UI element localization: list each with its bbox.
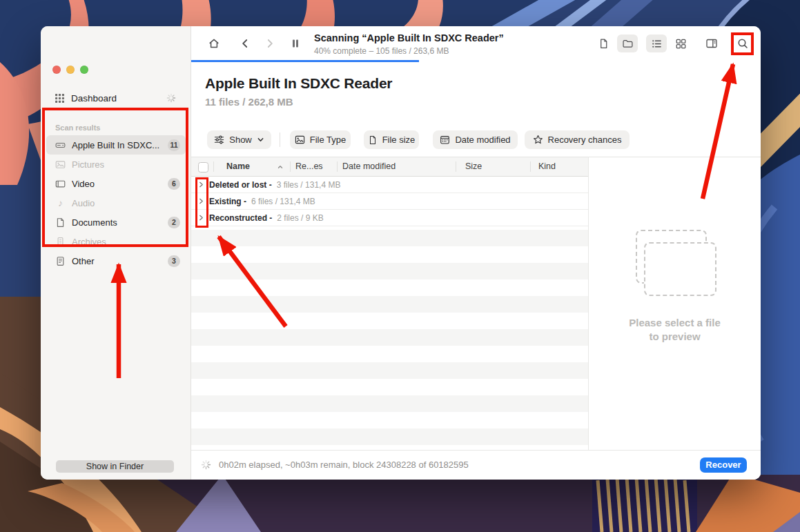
empty-row-stripes <box>191 226 588 450</box>
toggle-preview-panel-button[interactable] <box>701 35 722 52</box>
column-header-date-modified[interactable]: Date modified <box>342 161 396 171</box>
file-icon <box>55 256 66 266</box>
folder-icon <box>622 38 634 50</box>
filter-file-size-button[interactable]: File size <box>364 130 419 149</box>
recover-button[interactable]: Recover <box>700 457 747 473</box>
page-title: Apple Built In SDXC Reader <box>205 75 392 92</box>
image-icon <box>295 135 305 145</box>
folder-view-button[interactable] <box>617 35 638 52</box>
status-spinner-icon <box>201 460 211 470</box>
desktop: Dashboard Scan results Apple Built In SD… <box>0 0 800 532</box>
preview-placeholder-frame-front <box>644 242 716 296</box>
dashboard-label: Dashboard <box>71 93 117 104</box>
star-icon <box>533 135 543 145</box>
chevron-right-icon <box>264 38 275 49</box>
sidebar-item-apple-built-in-sdxc[interactable]: Apple Built In SDXC... 11 <box>46 135 186 155</box>
sort-ascending-icon <box>277 164 284 170</box>
file-group-list: Deleted or lost - 3 files / 131,4 MB Exi… <box>191 177 588 226</box>
disclosure-chevron-icon[interactable] <box>198 181 204 188</box>
forward-button[interactable] <box>260 35 280 52</box>
sidebar-item-audio[interactable]: ♪ Audio <box>46 193 186 213</box>
table-row-deleted-or-lost[interactable]: Deleted or lost - 3 files / 131,4 MB <box>191 177 588 193</box>
zoom-window-button[interactable] <box>80 66 88 74</box>
minimize-window-button[interactable] <box>66 66 75 74</box>
preview-placeholder-text: Please select a file to preview <box>589 316 761 344</box>
search-button[interactable] <box>732 35 753 52</box>
scan-progress-status-text: 0h02m elapsed, ~0h03m remain, block 2430… <box>219 451 469 480</box>
sidebar-item-dashboard[interactable]: Dashboard <box>49 89 183 107</box>
dashboard-grid-icon <box>55 94 64 103</box>
chevron-left-icon <box>240 38 251 49</box>
item-count-badge: 6 <box>168 178 180 190</box>
filter-recovery-chances-button[interactable]: Recovery chances <box>525 130 630 149</box>
calendar-icon <box>440 135 450 145</box>
sidebar: Dashboard Scan results Apple Built In SD… <box>41 26 191 480</box>
document-icon <box>55 217 66 228</box>
item-count-badge: 3 <box>168 255 180 267</box>
page-icon <box>368 135 378 145</box>
filter-date-modified-button[interactable]: Date modified <box>433 130 518 149</box>
scanning-spinner-icon <box>166 93 176 103</box>
scan-status-subtitle: 40% complete – 105 files / 263,6 MB <box>314 46 449 56</box>
item-count-badge: 11 <box>168 139 180 151</box>
show-filter-dropdown[interactable]: Show <box>207 130 271 149</box>
sidebar-item-other[interactable]: Other 3 <box>46 251 186 270</box>
list-view-icon <box>651 38 663 50</box>
sidebar-item-pictures[interactable]: Pictures <box>46 155 186 174</box>
column-header-size[interactable]: Size <box>465 161 482 171</box>
table-header: Name Re...es Date modified Size Kind <box>191 157 588 177</box>
scan-results-section-label: Scan results <box>55 124 100 132</box>
table-row-reconstructed[interactable]: Reconstructed - 2 files / 9 KB <box>191 210 588 226</box>
sidebar-item-documents[interactable]: Documents 2 <box>46 213 186 232</box>
column-header-kind[interactable]: Kind <box>538 161 556 171</box>
close-window-button[interactable] <box>52 66 61 74</box>
scan-progress-fill <box>191 60 419 62</box>
sidebar-item-archives[interactable]: Archives <box>46 232 186 251</box>
scan-results-list: Apple Built In SDXC... 11 Pictures Video… <box>46 135 186 270</box>
disclosure-chevron-icon[interactable] <box>198 214 204 221</box>
home-icon <box>208 37 220 50</box>
sidebar-item-video[interactable]: Video 6 <box>46 174 186 193</box>
show-in-finder-button[interactable]: Show in Finder <box>56 460 174 473</box>
drive-icon <box>55 140 66 150</box>
filter-divider <box>280 132 280 147</box>
table-row-existing[interactable]: Existing - 6 files / 131,4 MB <box>191 193 588 210</box>
search-icon <box>736 37 749 50</box>
pause-scan-button[interactable] <box>285 35 306 52</box>
side-panel-icon <box>705 37 718 50</box>
main-area: Scanning “Apple Built In SDXC Reader” 40… <box>191 26 761 480</box>
document-view-icon <box>598 38 609 50</box>
pictures-icon <box>55 159 66 170</box>
disclosure-chevron-icon[interactable] <box>198 197 204 205</box>
audio-note-icon: ♪ <box>55 198 66 208</box>
back-button[interactable] <box>235 35 255 52</box>
column-header-recovery-chances[interactable]: Re...es <box>295 161 323 171</box>
column-header-name[interactable]: Name <box>226 161 250 171</box>
home-button[interactable] <box>204 35 224 52</box>
chevron-down-icon <box>257 136 264 144</box>
scan-status-title: Scanning “Apple Built In SDXC Reader” <box>314 32 604 43</box>
preview-panel: Please select a file to preview <box>589 157 761 450</box>
filter-file-type-button[interactable]: File Type <box>290 130 351 149</box>
archive-icon <box>55 237 66 247</box>
sliders-icon <box>214 135 224 145</box>
file-info-view-button[interactable] <box>593 35 614 52</box>
grid-view-icon <box>675 38 687 50</box>
page-subtitle: 11 files / 262,8 MB <box>205 96 293 108</box>
select-all-checkbox[interactable] <box>198 162 208 173</box>
app-window: Dashboard Scan results Apple Built In SD… <box>41 26 761 480</box>
item-count-badge: 2 <box>168 217 180 228</box>
list-view-button[interactable] <box>646 35 667 52</box>
status-bar: 0h02m elapsed, ~0h03m remain, block 2430… <box>191 450 761 480</box>
video-icon <box>55 179 66 189</box>
grid-view-button[interactable] <box>670 35 691 52</box>
pause-icon <box>290 38 301 49</box>
scan-progress-bar <box>191 60 761 62</box>
